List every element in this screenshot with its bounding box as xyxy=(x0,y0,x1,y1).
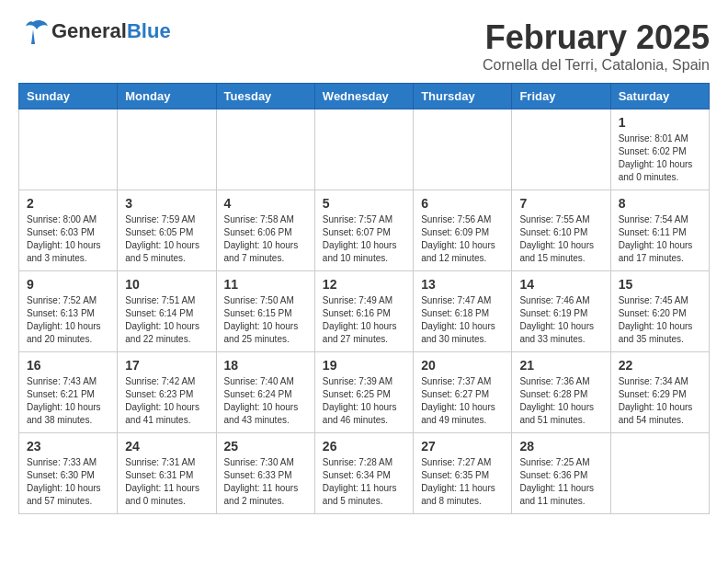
table-row: 13Sunrise: 7:47 AM Sunset: 6:18 PM Dayli… xyxy=(414,271,512,352)
day-number: 20 xyxy=(421,358,504,373)
day-number: 27 xyxy=(421,439,504,454)
day-info: Sunrise: 7:50 AM Sunset: 6:15 PM Dayligh… xyxy=(224,294,307,346)
day-number: 26 xyxy=(323,439,405,454)
table-row xyxy=(216,109,314,190)
calendar-week-row: 2Sunrise: 8:00 AM Sunset: 6:03 PM Daylig… xyxy=(19,190,710,271)
header-wednesday: Wednesday xyxy=(314,84,413,109)
table-row: 7Sunrise: 7:55 AM Sunset: 6:10 PM Daylig… xyxy=(512,190,610,271)
day-info: Sunrise: 7:40 AM Sunset: 6:24 PM Dayligh… xyxy=(224,375,307,427)
calendar-week-row: 16Sunrise: 7:43 AM Sunset: 6:21 PM Dayli… xyxy=(19,352,710,433)
day-info: Sunrise: 7:39 AM Sunset: 6:25 PM Dayligh… xyxy=(323,375,405,427)
day-number: 21 xyxy=(519,358,602,373)
page-header: GeneralBlue February 2025 Cornella del T… xyxy=(18,18,710,74)
day-info: Sunrise: 7:33 AM Sunset: 6:30 PM Dayligh… xyxy=(27,456,109,508)
day-number: 8 xyxy=(619,196,701,211)
header-sunday: Sunday xyxy=(19,84,118,109)
day-info: Sunrise: 7:54 AM Sunset: 6:11 PM Dayligh… xyxy=(619,213,701,265)
day-info: Sunrise: 7:36 AM Sunset: 6:28 PM Dayligh… xyxy=(519,375,602,427)
header-friday: Friday xyxy=(512,84,610,109)
day-info: Sunrise: 7:46 AM Sunset: 6:19 PM Dayligh… xyxy=(519,294,602,346)
day-info: Sunrise: 7:45 AM Sunset: 6:20 PM Dayligh… xyxy=(619,294,701,346)
day-info: Sunrise: 7:31 AM Sunset: 6:31 PM Dayligh… xyxy=(125,456,208,508)
table-row: 9Sunrise: 7:52 AM Sunset: 6:13 PM Daylig… xyxy=(19,271,118,352)
day-number: 17 xyxy=(125,358,208,373)
table-row xyxy=(414,109,512,190)
day-number: 2 xyxy=(27,196,109,211)
day-number: 11 xyxy=(224,277,307,292)
day-number: 28 xyxy=(519,439,602,454)
day-info: Sunrise: 7:42 AM Sunset: 6:23 PM Dayligh… xyxy=(125,375,208,427)
month-title: February 2025 xyxy=(483,18,710,57)
header-monday: Monday xyxy=(118,84,216,109)
logo: GeneralBlue xyxy=(18,18,171,44)
table-row: 18Sunrise: 7:40 AM Sunset: 6:24 PM Dayli… xyxy=(216,352,314,433)
day-info: Sunrise: 7:25 AM Sunset: 6:36 PM Dayligh… xyxy=(519,456,602,508)
table-row: 1Sunrise: 8:01 AM Sunset: 6:02 PM Daylig… xyxy=(610,109,709,190)
day-info: Sunrise: 7:59 AM Sunset: 6:05 PM Dayligh… xyxy=(125,213,208,265)
header-tuesday: Tuesday xyxy=(216,84,314,109)
table-row: 4Sunrise: 7:58 AM Sunset: 6:06 PM Daylig… xyxy=(216,190,314,271)
calendar-week-row: 9Sunrise: 7:52 AM Sunset: 6:13 PM Daylig… xyxy=(19,271,710,352)
day-info: Sunrise: 7:52 AM Sunset: 6:13 PM Dayligh… xyxy=(27,294,109,346)
table-row: 14Sunrise: 7:46 AM Sunset: 6:19 PM Dayli… xyxy=(512,271,610,352)
day-number: 14 xyxy=(519,277,602,292)
table-row: 27Sunrise: 7:27 AM Sunset: 6:35 PM Dayli… xyxy=(414,433,512,514)
day-info: Sunrise: 7:58 AM Sunset: 6:06 PM Dayligh… xyxy=(224,213,307,265)
header-thursday: Thursday xyxy=(414,84,512,109)
table-row: 8Sunrise: 7:54 AM Sunset: 6:11 PM Daylig… xyxy=(610,190,709,271)
day-number: 25 xyxy=(224,439,307,454)
day-number: 12 xyxy=(323,277,405,292)
day-info: Sunrise: 7:27 AM Sunset: 6:35 PM Dayligh… xyxy=(421,456,504,508)
logo-bird-icon xyxy=(18,18,48,44)
day-info: Sunrise: 7:55 AM Sunset: 6:10 PM Dayligh… xyxy=(519,213,602,265)
table-row: 6Sunrise: 7:56 AM Sunset: 6:09 PM Daylig… xyxy=(414,190,512,271)
day-info: Sunrise: 7:43 AM Sunset: 6:21 PM Dayligh… xyxy=(27,375,109,427)
day-info: Sunrise: 7:28 AM Sunset: 6:34 PM Dayligh… xyxy=(323,456,405,508)
calendar-table: Sunday Monday Tuesday Wednesday Thursday… xyxy=(18,83,710,514)
table-row: 26Sunrise: 7:28 AM Sunset: 6:34 PM Dayli… xyxy=(314,433,413,514)
day-number: 19 xyxy=(323,358,405,373)
day-info: Sunrise: 7:37 AM Sunset: 6:27 PM Dayligh… xyxy=(421,375,504,427)
location: Cornella del Terri, Catalonia, Spain xyxy=(483,57,710,74)
table-row xyxy=(314,109,413,190)
title-section: February 2025 Cornella del Terri, Catalo… xyxy=(483,18,710,74)
table-row: 12Sunrise: 7:49 AM Sunset: 6:16 PM Dayli… xyxy=(314,271,413,352)
day-number: 24 xyxy=(125,439,208,454)
table-row xyxy=(610,433,709,514)
table-row: 16Sunrise: 7:43 AM Sunset: 6:21 PM Dayli… xyxy=(19,352,118,433)
day-info: Sunrise: 7:49 AM Sunset: 6:16 PM Dayligh… xyxy=(323,294,405,346)
table-row: 25Sunrise: 7:30 AM Sunset: 6:33 PM Dayli… xyxy=(216,433,314,514)
table-row xyxy=(19,109,118,190)
day-number: 23 xyxy=(27,439,109,454)
table-row: 17Sunrise: 7:42 AM Sunset: 6:23 PM Dayli… xyxy=(118,352,216,433)
day-number: 13 xyxy=(421,277,504,292)
day-number: 4 xyxy=(224,196,307,211)
table-row: 22Sunrise: 7:34 AM Sunset: 6:29 PM Dayli… xyxy=(610,352,709,433)
day-number: 15 xyxy=(619,277,701,292)
day-number: 7 xyxy=(519,196,602,211)
table-row: 24Sunrise: 7:31 AM Sunset: 6:31 PM Dayli… xyxy=(118,433,216,514)
table-row: 20Sunrise: 7:37 AM Sunset: 6:27 PM Dayli… xyxy=(414,352,512,433)
day-info: Sunrise: 7:51 AM Sunset: 6:14 PM Dayligh… xyxy=(125,294,208,346)
table-row: 28Sunrise: 7:25 AM Sunset: 6:36 PM Dayli… xyxy=(512,433,610,514)
table-row: 19Sunrise: 7:39 AM Sunset: 6:25 PM Dayli… xyxy=(314,352,413,433)
calendar-header-row: Sunday Monday Tuesday Wednesday Thursday… xyxy=(19,84,710,109)
table-row: 3Sunrise: 7:59 AM Sunset: 6:05 PM Daylig… xyxy=(118,190,216,271)
header-saturday: Saturday xyxy=(610,84,709,109)
day-number: 3 xyxy=(125,196,208,211)
table-row: 11Sunrise: 7:50 AM Sunset: 6:15 PM Dayli… xyxy=(216,271,314,352)
day-info: Sunrise: 7:56 AM Sunset: 6:09 PM Dayligh… xyxy=(421,213,504,265)
day-number: 1 xyxy=(619,115,701,130)
day-number: 16 xyxy=(27,358,109,373)
day-info: Sunrise: 8:00 AM Sunset: 6:03 PM Dayligh… xyxy=(27,213,109,265)
day-info: Sunrise: 7:30 AM Sunset: 6:33 PM Dayligh… xyxy=(224,456,307,508)
logo-text: GeneralBlue xyxy=(51,21,171,41)
day-info: Sunrise: 8:01 AM Sunset: 6:02 PM Dayligh… xyxy=(619,132,701,184)
day-info: Sunrise: 7:34 AM Sunset: 6:29 PM Dayligh… xyxy=(619,375,701,427)
table-row: 10Sunrise: 7:51 AM Sunset: 6:14 PM Dayli… xyxy=(118,271,216,352)
table-row: 5Sunrise: 7:57 AM Sunset: 6:07 PM Daylig… xyxy=(314,190,413,271)
table-row: 21Sunrise: 7:36 AM Sunset: 6:28 PM Dayli… xyxy=(512,352,610,433)
day-number: 9 xyxy=(27,277,109,292)
day-number: 10 xyxy=(125,277,208,292)
day-info: Sunrise: 7:47 AM Sunset: 6:18 PM Dayligh… xyxy=(421,294,504,346)
